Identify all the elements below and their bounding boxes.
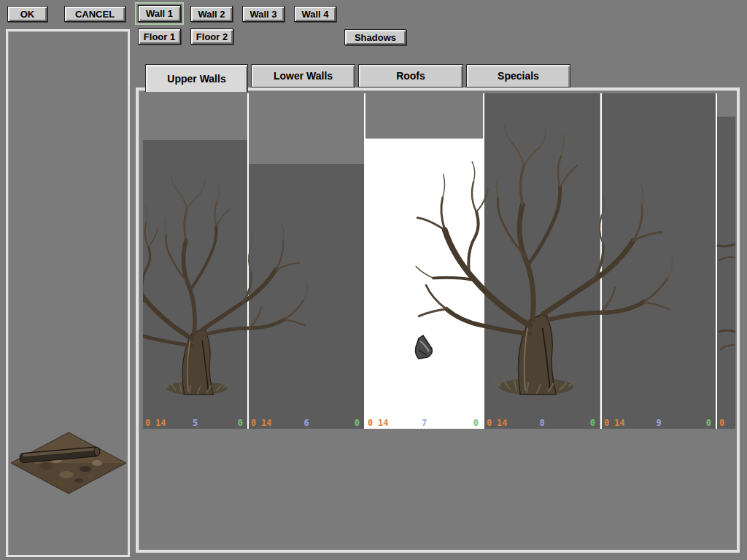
tile-number: 7 xyxy=(365,419,483,427)
tile-flag: 0 xyxy=(706,419,711,427)
cell-empty-band xyxy=(249,93,364,164)
cell-separator xyxy=(364,93,365,429)
cell-separator xyxy=(483,93,484,429)
cancel-button[interactable]: CANCEL xyxy=(64,6,125,22)
tile-cell-9[interactable]: 0 14 9 0 xyxy=(602,93,716,429)
cell-separator xyxy=(716,93,717,429)
tile-info-row: 0 14 7 0 xyxy=(365,416,483,429)
tile-number: 9 xyxy=(602,419,716,427)
tile-flag: 0 xyxy=(590,419,595,427)
tile-main-index: 0 xyxy=(719,419,724,427)
wall1-button[interactable]: Wall 1 xyxy=(138,5,181,22)
tile-cell-6[interactable]: 0 14 6 0 xyxy=(249,93,364,429)
tile-info-row: 0 14 8 0 xyxy=(484,416,600,429)
tile-number: 5 xyxy=(143,419,247,427)
tile-info-row: 0 xyxy=(717,416,735,429)
tile-strip: 0 14 5 0 0 14 6 0 0 14 7 0 xyxy=(143,93,735,429)
tile-number: 6 xyxy=(249,419,364,427)
tab-lower-walls[interactable]: Lower Walls xyxy=(251,64,355,88)
ok-button[interactable]: OK xyxy=(7,6,47,22)
tab-upper-walls[interactable]: Upper Walls xyxy=(145,64,248,92)
selected-tile-preview-panel xyxy=(6,29,130,557)
tile-flag: 0 xyxy=(238,419,243,427)
cell-separator xyxy=(247,93,249,429)
wall4-button[interactable]: Wall 4 xyxy=(294,6,336,22)
tab-specials[interactable]: Specials xyxy=(466,64,570,88)
cell-separator xyxy=(600,93,602,429)
tile-cell-7-selected[interactable]: 0 14 7 0 xyxy=(365,93,483,429)
tile-number: 8 xyxy=(484,419,600,427)
floor2-button[interactable]: Floor 2 xyxy=(190,28,233,44)
tab-roofs[interactable]: Roofs xyxy=(358,64,463,88)
tile-cell-8[interactable]: 0 14 8 0 xyxy=(484,93,600,429)
wall3-button[interactable]: Wall 3 xyxy=(242,6,285,22)
cell-empty-band xyxy=(365,93,483,139)
shadows-button[interactable]: Shadows xyxy=(344,29,406,45)
tile-flag: 0 xyxy=(355,419,360,427)
tile-cell-next-clipped[interactable]: 0 xyxy=(717,93,735,429)
tile-info-row: 0 14 6 0 xyxy=(249,416,364,429)
tile-cell-5[interactable]: 0 14 5 0 xyxy=(143,93,247,429)
tile-info-row: 0 14 5 0 xyxy=(143,416,247,429)
tile-flag: 0 xyxy=(473,419,479,427)
wall2-button[interactable]: Wall 2 xyxy=(190,6,233,22)
cell-empty-band xyxy=(717,93,735,117)
floor1-button[interactable]: Floor 1 xyxy=(138,28,181,44)
floor-tile-preview-icon xyxy=(9,431,128,495)
cell-empty-band xyxy=(143,93,247,140)
tile-editor-window: OK CANCEL Wall 1 Wall 2 Wall 3 Wall 4 Fl… xyxy=(0,0,747,560)
log-icon xyxy=(20,446,101,463)
tile-info-row: 0 14 9 0 xyxy=(602,416,716,429)
